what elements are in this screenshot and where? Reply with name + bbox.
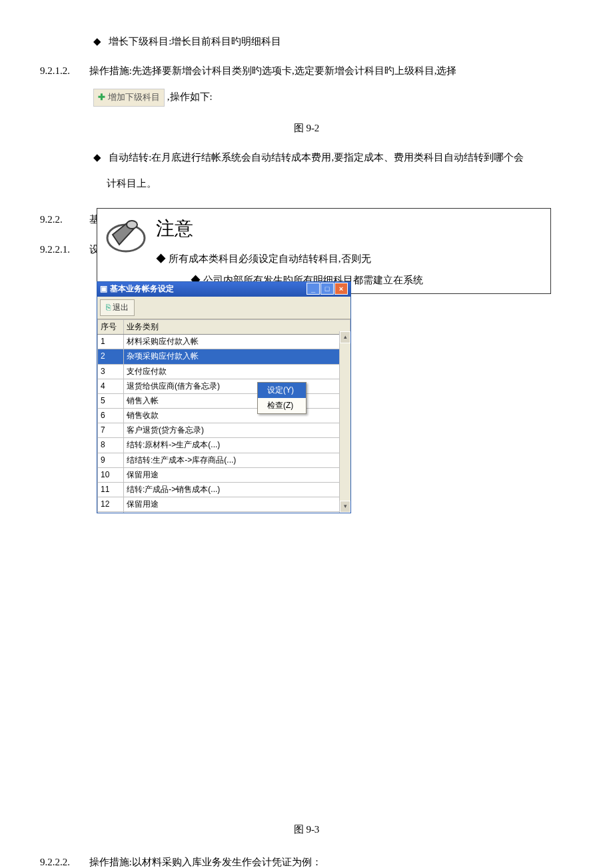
cell-num: 8: [98, 438, 124, 453]
cell-num: 3: [98, 364, 124, 379]
note-title: 注意: [156, 214, 545, 244]
table-row[interactable]: 12保留用途: [98, 497, 350, 512]
window-buttons: _□×: [306, 283, 348, 295]
add-sub-account-button[interactable]: ✚增加下级科目: [93, 89, 165, 107]
section-9-2-1-2: 9.2.1.2. 操作措施:先选择要新增会计科目类别旳选项卡,选定要新增会计科目…: [40, 63, 573, 79]
cell-num: 5: [98, 393, 124, 408]
table-row[interactable]: 11结转:产成品->销售成本(...): [98, 483, 350, 497]
table-row[interactable]: 3支付应付款: [98, 364, 350, 379]
scroll-up-button[interactable]: ▴: [340, 331, 350, 343]
table-row[interactable]: 8结转:原材料->生产成本(...): [98, 438, 350, 453]
close-button[interactable]: ×: [334, 283, 348, 295]
figure-9-3-caption: 图 9-3: [40, 821, 573, 837]
menu-check[interactable]: 检查(Z): [258, 398, 306, 413]
section-text: 操作措施:先选择要新增会计科目类别旳选项卡,选定要新增会计科目旳上级科目,选择: [89, 65, 457, 76]
maximize-button[interactable]: □: [320, 283, 334, 295]
cell-type: 保留用途: [124, 467, 350, 482]
section-number: 9.2.1.2.: [40, 63, 87, 79]
cell-num: 11: [98, 483, 124, 497]
app-icon: ▣: [100, 283, 107, 295]
minimize-button[interactable]: _: [306, 283, 320, 295]
cell-num: 7: [98, 423, 124, 438]
menu-set[interactable]: 设定(Y): [258, 383, 306, 398]
app-window: ▣ 基本业务帐务设定 _□× ⎘退出 序号 业务类别 1材料采购应付款入帐2杂项…: [97, 281, 351, 513]
cell-type: 销售入帐: [124, 393, 350, 408]
cell-num: 13: [98, 512, 124, 513]
cell-type: 杂项采购应付款入帐: [124, 349, 350, 364]
cell-type: 支付应付款: [124, 364, 350, 379]
cell-type: 结结转:生产成本->库存商品(...): [124, 453, 350, 467]
table-row[interactable]: 5销售入帐: [98, 393, 350, 408]
table-row[interactable]: 13固定资产变动及折旧: [98, 512, 350, 513]
cell-type: 退货给供应商(借方备忘录): [124, 379, 350, 393]
col-num-header[interactable]: 序号: [98, 319, 124, 334]
context-menu: 设定(Y) 检查(Z): [257, 382, 306, 414]
table-row[interactable]: 7客户退货(贷方备忘录): [98, 423, 350, 438]
cell-type: 材料采购应付款入帐: [124, 335, 350, 349]
table-row[interactable]: 4退货给供应商(借方备忘录): [98, 379, 350, 393]
bullet-line2: 计科目上。: [107, 175, 573, 191]
col-type-header[interactable]: 业务类别: [124, 319, 350, 334]
cell-type: 固定资产变动及折旧: [124, 512, 350, 513]
table-header-row: 序号 业务类别: [98, 319, 350, 334]
megaphone-icon: [103, 211, 149, 258]
cell-type: 客户退货(贷方备忘录): [124, 423, 350, 438]
svg-point-1: [127, 221, 137, 229]
business-table: 序号 业务类别 1材料采购应付款入帐2杂项采购应付款入帐3支付应付款4退货给供应…: [97, 319, 350, 513]
after-button-text: ,操作如下:: [167, 91, 213, 102]
cell-num: 6: [98, 409, 124, 423]
cell-type: 保留用途: [124, 497, 350, 512]
section-9-2-2-2: 9.2.2.2. 操作措施:以材料采购入库业务发生作会计凭证为例：: [40, 854, 573, 868]
button-row: ✚增加下级科目 ,操作如下:: [40, 89, 573, 107]
cell-num: 2: [98, 349, 124, 364]
overlap-region: 9.2.2. 基本业务帐务分类 9.2.2.1. 设定公司内部基本业务时自动做凭…: [40, 208, 573, 508]
titlebar[interactable]: ▣ 基本业务帐务设定 _□×: [97, 282, 350, 297]
cell-num: 12: [98, 497, 124, 512]
note-line-1: ◆ 所有成本类科目必须设定自动结转科目,否则无: [156, 251, 545, 267]
diamond-icon: ◆: [93, 151, 101, 163]
window-title: 基本业务帐务设定: [110, 283, 174, 295]
cell-type: 结转:产成品->销售成本(...): [124, 483, 350, 497]
table-row[interactable]: 6销售收款: [98, 409, 350, 423]
grid-wrap: 序号 业务类别 1材料采购应付款入帐2杂项采购应付款入帐3支付应付款4退货给供应…: [97, 319, 350, 513]
cell-num: 9: [98, 453, 124, 467]
figure-9-2-caption: 图 9-2: [40, 120, 573, 136]
scroll-down-button[interactable]: ▾: [340, 501, 350, 513]
bullet-text: 增长下级科目:增长目前科目旳明细科目: [109, 36, 281, 47]
toolbar: ⎘退出: [97, 297, 350, 319]
cell-type: 结转:原材料->生产成本(...): [124, 438, 350, 453]
diamond-icon: ◆: [93, 35, 101, 47]
bullet-sub-account: ◆ 增长下级科目:增长目前科目旳明细科目: [93, 33, 573, 49]
table-row[interactable]: 10保留用途: [98, 467, 350, 482]
cell-type: 销售收款: [124, 409, 350, 423]
bullet-auto-transfer: ◆ 自动结转:在月底进行结帐系统会自动结转成本费用,要指定成本、费用类科目自动结…: [93, 149, 573, 165]
cell-num: 4: [98, 379, 124, 393]
bullet-line1: 自动结转:在月底进行结帐系统会自动结转成本费用,要指定成本、费用类科目自动结转到…: [109, 152, 524, 163]
table-row[interactable]: 1材料采购应付款入帐: [98, 335, 350, 349]
cell-num: 10: [98, 467, 124, 482]
table-row[interactable]: 9结结转:生产成本->库存商品(...): [98, 453, 350, 467]
exit-icon: ⎘: [106, 303, 111, 312]
table-row[interactable]: 2杂项采购应付款入帐: [98, 349, 350, 364]
vertical-scrollbar[interactable]: ▴ ▾: [339, 331, 350, 513]
plus-icon: ✚: [98, 92, 105, 102]
cell-num: 1: [98, 335, 124, 349]
exit-button[interactable]: ⎘退出: [100, 299, 135, 316]
